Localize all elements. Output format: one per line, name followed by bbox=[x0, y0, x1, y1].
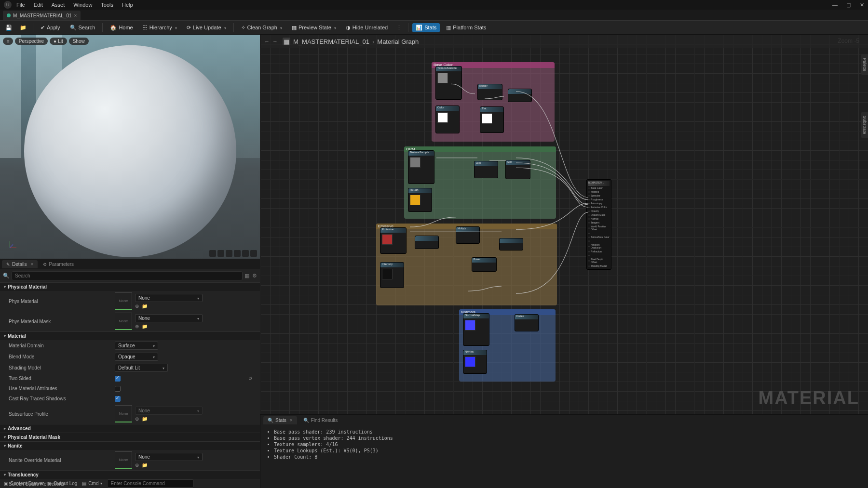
home-button[interactable]: 🏠Home bbox=[107, 23, 136, 32]
clean-graph-button[interactable]: ✧Clean Graph bbox=[238, 23, 285, 32]
live-update-button[interactable]: ⟳Live Update bbox=[183, 23, 230, 32]
output-pin[interactable]: Base Color bbox=[588, 186, 610, 190]
details-search-input[interactable] bbox=[12, 271, 243, 280]
phys-material-dropdown[interactable]: None bbox=[135, 294, 203, 302]
content-drawer-button[interactable]: ▣Content Drawer bbox=[4, 481, 44, 486]
output-pin[interactable]: Metallic bbox=[588, 190, 610, 194]
two-sided-checkbox[interactable] bbox=[115, 376, 121, 382]
use-selected-icon[interactable]: ⊕ bbox=[135, 303, 139, 309]
preview-state-button[interactable]: ▦Preview State bbox=[288, 23, 339, 32]
output-pin[interactable]: Specular bbox=[588, 194, 610, 198]
category-physical-material[interactable]: Physical Material bbox=[0, 282, 260, 291]
material-output-node[interactable]: M_MASTER… Base ColorMetallicSpecularRoug… bbox=[586, 179, 611, 270]
use-selected-icon[interactable]: ⊕ bbox=[135, 416, 139, 422]
use-selected-icon[interactable]: ⊕ bbox=[135, 324, 139, 329]
viewport-lit-button[interactable]: ●Lit bbox=[50, 38, 67, 45]
graph-back-button[interactable]: ← bbox=[264, 39, 270, 44]
reset-to-default-icon[interactable]: ↺ bbox=[245, 376, 255, 381]
close-tab-icon[interactable]: × bbox=[290, 418, 293, 423]
browse-to-icon[interactable]: 📁 bbox=[142, 324, 148, 329]
output-pin[interactable]: Ambient Occlusion bbox=[588, 243, 610, 250]
vector-param-node[interactable]: Emissive bbox=[380, 227, 407, 254]
output-pin[interactable]: Opacity bbox=[588, 209, 610, 213]
hide-unrelated-options[interactable]: ⋮ bbox=[394, 23, 404, 32]
close-tab-icon[interactable]: × bbox=[31, 262, 34, 267]
tab-details[interactable]: Details× bbox=[2, 260, 38, 268]
reroute-node[interactable] bbox=[499, 238, 523, 251]
details-panel[interactable]: Physical Material Phys Material None Non… bbox=[0, 282, 260, 488]
browse-to-icon[interactable]: 📁 bbox=[142, 416, 148, 422]
asset-thumbnail[interactable]: None bbox=[115, 405, 132, 422]
filter-icon[interactable]: ▦ bbox=[244, 273, 249, 279]
menu-edit[interactable]: Edit bbox=[34, 2, 43, 8]
save-button[interactable]: 💾 bbox=[3, 23, 14, 32]
power-node[interactable]: Power bbox=[472, 257, 497, 272]
texture-sample-node[interactable]: NormalMap bbox=[463, 313, 489, 346]
platform-stats-button[interactable]: ▥Platform Stats bbox=[443, 23, 489, 32]
output-pin[interactable]: Opacity Mask bbox=[588, 213, 610, 217]
phys-material-mask-dropdown[interactable]: None bbox=[135, 314, 203, 322]
multiply-node[interactable]: Multiply bbox=[456, 226, 480, 244]
category-material[interactable]: Material bbox=[0, 331, 260, 340]
apply-button[interactable]: ✔Apply bbox=[37, 23, 64, 32]
shape-cylinder-button[interactable] bbox=[209, 250, 216, 257]
scalar-param-node[interactable]: Intensity bbox=[380, 262, 404, 288]
output-pin[interactable]: Anisotropy bbox=[588, 201, 610, 205]
scalar-param-node[interactable]: Rough bbox=[408, 188, 432, 212]
palette-tab[interactable]: Palette bbox=[861, 54, 868, 75]
output-pin[interactable]: Emissive Color bbox=[588, 205, 610, 209]
tab-parameters[interactable]: Parameters bbox=[39, 260, 78, 268]
output-pin[interactable]: Roughness bbox=[588, 198, 610, 201]
scalar-param-node[interactable]: NrmInt bbox=[463, 350, 487, 374]
use-selected-icon[interactable]: ⊕ bbox=[135, 462, 139, 468]
shape-sphere-button[interactable] bbox=[217, 250, 224, 257]
material-domain-dropdown[interactable]: Surface bbox=[115, 342, 158, 350]
cast-ray-traced-shadows-checkbox[interactable] bbox=[115, 396, 121, 402]
category-advanced[interactable]: Advanced bbox=[0, 424, 260, 433]
menu-window[interactable]: Window bbox=[73, 2, 92, 8]
group-normals[interactable]: Normals NormalMap Flatten NrmInt bbox=[459, 309, 556, 382]
shape-plane-button[interactable] bbox=[226, 250, 232, 257]
menu-asset[interactable]: Asset bbox=[52, 2, 65, 8]
output-pin[interactable] bbox=[588, 253, 610, 257]
output-pin[interactable]: Pixel Depth Offset bbox=[588, 257, 610, 264]
shape-teapot-button[interactable] bbox=[250, 250, 257, 257]
shape-custom-button[interactable] bbox=[242, 250, 249, 257]
menu-file[interactable]: File bbox=[16, 2, 25, 8]
reroute-node[interactable] bbox=[508, 89, 532, 102]
output-pin[interactable]: Tangent bbox=[588, 221, 610, 224]
asset-thumbnail[interactable]: None bbox=[115, 292, 132, 310]
close-tab-icon[interactable]: × bbox=[74, 13, 77, 18]
shading-model-dropdown[interactable]: Default Lit bbox=[115, 364, 168, 372]
use-material-attributes-checkbox[interactable] bbox=[115, 386, 121, 392]
browse-button[interactable]: 📁 bbox=[17, 23, 29, 32]
flatten-normal-node[interactable]: Flatten bbox=[515, 314, 539, 331]
vector-param-node[interactable]: Tint bbox=[480, 106, 504, 133]
output-pin[interactable]: Refraction bbox=[588, 250, 610, 253]
output-pin[interactable] bbox=[588, 231, 610, 235]
group-emissive[interactable]: Emissive Emissive Multiply Power Intensi… bbox=[376, 224, 557, 305]
material-graph[interactable]: ← → ▦ M_MASTERMATERIAL_01 › Material Gra… bbox=[260, 35, 868, 414]
vector-param-node[interactable]: Color bbox=[435, 106, 460, 133]
maximize-icon[interactable]: ▢ bbox=[846, 2, 851, 8]
material-viewport[interactable]: ≡ Perspective ●Lit Show bbox=[0, 35, 260, 259]
group-orm[interactable]: ORM TextureSample Lerp Split Rough bbox=[404, 146, 556, 219]
category-nanite[interactable]: Nanite bbox=[0, 441, 260, 450]
hide-unrelated-button[interactable]: ◑Hide Unrelated bbox=[342, 23, 391, 32]
asset-thumbnail[interactable]: None bbox=[115, 313, 132, 330]
multiply-node[interactable]: Lerp bbox=[474, 161, 498, 178]
viewport-menu-button[interactable]: ≡ bbox=[3, 38, 13, 45]
group-base-color[interactable]: Base Color TextureSample Multiply Color … bbox=[432, 62, 555, 142]
menu-tools[interactable]: Tools bbox=[101, 2, 113, 8]
asset-thumbnail[interactable]: None bbox=[115, 451, 132, 469]
minimize-icon[interactable]: — bbox=[832, 2, 838, 8]
console-command-input[interactable] bbox=[107, 479, 194, 488]
graph-forward-button[interactable]: → bbox=[272, 39, 278, 44]
output-pin[interactable]: World Position Offset bbox=[588, 224, 610, 231]
output-pin[interactable]: Subsurface Color bbox=[588, 235, 610, 239]
hierarchy-button[interactable]: ☷Hierarchy bbox=[139, 23, 180, 32]
output-pin[interactable]: Shading Model bbox=[588, 264, 610, 268]
subsurface-profile-dropdown[interactable]: None bbox=[135, 407, 203, 415]
gear-icon[interactable]: ⚙ bbox=[252, 273, 257, 279]
shape-cube-button[interactable] bbox=[234, 250, 241, 257]
